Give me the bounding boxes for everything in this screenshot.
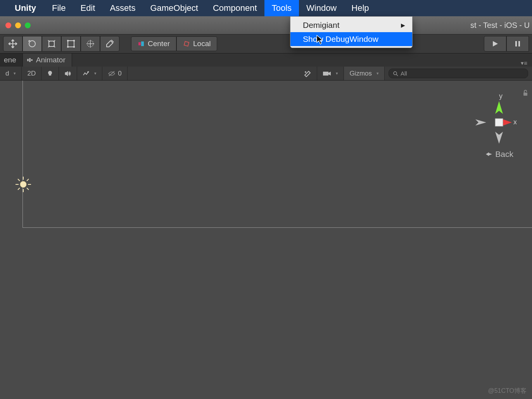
menu-tools[interactable]: Tools <box>264 0 299 16</box>
camera-icon <box>323 71 331 76</box>
scale-tool-button[interactable] <box>61 36 81 52</box>
search-placeholder: All <box>401 70 407 77</box>
lighting-toggle[interactable] <box>41 67 59 80</box>
menu-window[interactable]: Window <box>299 0 344 16</box>
svg-rect-2 <box>67 40 69 41</box>
play-button[interactable] <box>484 36 506 52</box>
traffic-max-icon[interactable] <box>25 22 31 28</box>
svg-rect-10 <box>515 41 517 46</box>
svg-point-15 <box>87 71 89 73</box>
svg-rect-5 <box>73 46 75 48</box>
menu-assets[interactable]: Assets <box>102 0 143 16</box>
fx-dropdown[interactable] <box>77 67 102 80</box>
fx-icon <box>83 71 90 77</box>
svg-point-17 <box>305 71 306 73</box>
dropdown-item-label: Demigiant <box>303 21 340 30</box>
camera-dropdown[interactable] <box>317 67 344 80</box>
gizmos-dropdown[interactable]: Gizmos <box>344 67 385 80</box>
rect-tool-button[interactable] <box>81 36 100 52</box>
svg-rect-11 <box>518 41 520 46</box>
camera-frustum <box>22 81 532 228</box>
submenu-arrow-icon: ▶ <box>401 22 405 28</box>
svg-rect-13 <box>29 58 31 62</box>
wrench-icon <box>304 70 311 77</box>
gizmo-back-label[interactable]: Back <box>485 150 513 159</box>
scene-toolbar: d 2D 0 Gizmos All <box>0 67 532 81</box>
svg-rect-0 <box>49 41 54 46</box>
svg-rect-8 <box>141 41 144 46</box>
svg-line-20 <box>396 74 398 76</box>
dropdown-item-demigiant[interactable]: Demigiant ▶ <box>290 18 412 32</box>
app-name: Unity <box>0 3 45 13</box>
search-icon <box>393 71 398 76</box>
tab-bar: ene Animator ▾≡ <box>0 53 532 67</box>
svg-rect-14 <box>31 59 33 61</box>
orientation-gizmo[interactable]: y x <box>462 88 516 153</box>
hidden-objects[interactable]: 0 <box>102 67 127 80</box>
hand-tool-button[interactable] <box>3 36 22 52</box>
dropdown-item-show-debugwindow[interactable]: Show DebugWindow <box>290 32 412 46</box>
svg-rect-18 <box>323 72 328 76</box>
directional-light-icon[interactable] <box>15 176 32 193</box>
menu-edit[interactable]: Edit <box>73 0 102 16</box>
traffic-close-icon[interactable] <box>5 22 11 28</box>
rotate-tool-button[interactable] <box>42 36 61 52</box>
svg-rect-3 <box>73 40 75 41</box>
scene-search[interactable]: All <box>389 69 528 78</box>
traffic-min-icon[interactable] <box>15 22 21 28</box>
tab-scene[interactable]: ene <box>0 53 23 67</box>
gizmo-x-label: x <box>513 118 516 126</box>
back-arrow-icon <box>485 151 492 157</box>
svg-line-29 <box>18 188 20 190</box>
svg-line-28 <box>27 179 29 181</box>
pivot-center-label: Center <box>148 40 170 48</box>
main-toolbar: Center Local <box>0 34 532 53</box>
svg-rect-12 <box>27 59 29 61</box>
menu-help[interactable]: Help <box>344 0 376 16</box>
menu-bar: Unity File Edit Assets GameObject Compon… <box>0 0 532 16</box>
pause-button[interactable] <box>506 36 529 52</box>
window-title: st - Test - iOS - U <box>470 21 532 30</box>
svg-rect-1 <box>68 41 74 47</box>
svg-line-27 <box>27 188 29 190</box>
light-icon <box>47 71 53 77</box>
rotation-local-button[interactable]: Local <box>176 36 217 51</box>
audio-icon <box>64 71 71 77</box>
lock-icon[interactable] <box>523 90 528 96</box>
custom-tool-button[interactable] <box>100 36 119 52</box>
hidden-count: 0 <box>118 70 121 77</box>
svg-rect-4 <box>67 46 69 48</box>
tab-label: Animator <box>36 56 66 64</box>
watermark: @51CTO博客 <box>488 387 527 395</box>
menu-file[interactable]: File <box>45 0 73 16</box>
svg-point-21 <box>20 181 26 187</box>
shading-mode-dropdown[interactable]: d <box>0 67 22 80</box>
animator-icon <box>27 57 33 63</box>
menu-gameobject[interactable]: GameObject <box>143 0 206 16</box>
menu-component[interactable]: Component <box>206 0 264 16</box>
tab-label: ene <box>4 56 16 64</box>
2d-toggle[interactable]: 2D <box>22 67 41 80</box>
rotation-local-label: Local <box>193 40 211 48</box>
eye-off-icon <box>108 71 116 76</box>
svg-rect-30 <box>523 93 527 96</box>
svg-line-26 <box>18 179 20 181</box>
gizmo-y-label: y <box>499 92 503 100</box>
svg-rect-7 <box>138 42 141 45</box>
center-icon <box>138 40 145 47</box>
svg-point-19 <box>394 72 397 75</box>
tab-options-icon[interactable]: ▾≡ <box>521 60 532 67</box>
tools-icon-button[interactable] <box>298 67 317 80</box>
move-tool-button[interactable] <box>22 36 42 52</box>
scene-view[interactable]: y x Back @51CTO博客 <box>0 81 532 399</box>
mouse-cursor-icon <box>316 35 324 45</box>
pivot-center-button[interactable]: Center <box>131 36 176 51</box>
tools-dropdown: Demigiant ▶ Show DebugWindow <box>290 16 413 48</box>
dropdown-item-label: Show DebugWindow <box>303 34 378 44</box>
audio-toggle[interactable] <box>59 67 77 80</box>
window-chrome: st - Test - iOS - U <box>0 16 532 34</box>
svg-rect-9 <box>184 41 189 46</box>
tab-animator[interactable]: Animator <box>23 53 72 67</box>
local-icon <box>183 40 190 47</box>
svg-rect-31 <box>495 119 503 126</box>
